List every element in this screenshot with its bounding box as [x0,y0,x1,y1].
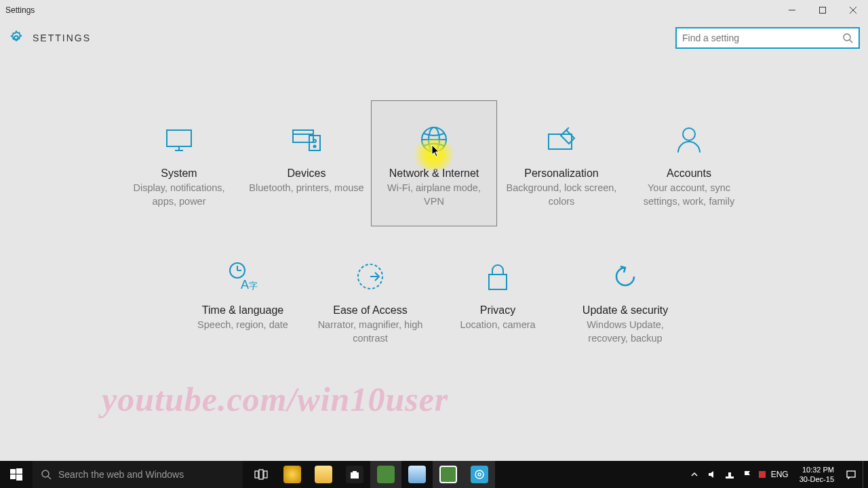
tile-privacy[interactable]: Privacy Location, camera [435,248,561,363]
tile-label: Personalization [524,167,598,180]
personalization-icon [546,125,577,155]
tray-date: 30-Dec-15 [800,474,834,484]
close-icon [850,7,856,14]
taskbar-app-settings[interactable] [464,461,495,488]
cursor-icon [431,144,441,158]
tile-personalization[interactable]: Personalization Background, lock screen,… [498,100,625,226]
task-view-button[interactable] [245,461,277,488]
taskbar-search-placeholder: Search the web and Windows [58,469,184,480]
taskbar: Search the web and Windows ENG 10:32 PM … [0,461,868,488]
tile-label: Devices [288,167,326,180]
show-desktop-button[interactable] [863,461,867,488]
time-language-icon: A 字 [227,262,258,291]
svg-rect-38 [264,471,267,478]
tile-system[interactable]: System Display, notifications, apps, pow… [116,100,242,226]
maximize-button[interactable] [807,0,837,20]
taskbar-app[interactable] [401,461,433,488]
svg-point-21 [683,128,695,140]
svg-point-14 [314,146,316,148]
tile-desc: Your account, sync settings, work, famil… [626,181,752,208]
accounts-icon [675,125,703,155]
start-button[interactable] [0,461,33,488]
taskbar-app[interactable] [277,461,308,488]
tile-desc: Windows Update, recovery, backup [562,318,688,345]
gear-icon [471,466,488,483]
tray-time: 10:32 PM [800,465,834,474]
svg-rect-30 [10,469,16,474]
tray-network-icon[interactable] [724,468,736,481]
tile-label: System [161,167,197,180]
minimize-button[interactable] [776,0,807,20]
store-icon [346,466,363,483]
tile-label: Network & Internet [389,167,479,180]
svg-rect-43 [847,471,855,477]
devices-icon [290,125,323,155]
tile-devices[interactable]: Devices Bluetooth, printers, mouse [243,100,370,226]
tray-flag-icon[interactable] [741,468,753,481]
lock-icon [486,262,510,291]
app-icon [408,466,426,483]
svg-rect-36 [255,471,258,478]
taskbar-app-explorer[interactable] [308,461,339,488]
app-icon [377,466,395,483]
tile-desc: Narrator, magnifier, high contrast [307,318,433,345]
maximize-icon [819,7,826,14]
taskbar-app[interactable] [370,461,401,488]
taskbar-app-store[interactable] [339,461,370,488]
tile-desc: Display, notifications, apps, power [116,181,242,208]
titlebar: Settings [0,0,868,20]
svg-rect-29 [489,274,507,289]
taskbar-app[interactable] [433,461,464,488]
tile-label: Accounts [667,167,711,180]
tile-label: Ease of Access [333,304,407,317]
tile-desc: Bluetooth, printers, mouse [243,181,369,195]
tile-ease-of-access[interactable]: Ease of Access Narrator, magnifier, high… [307,248,433,363]
minimize-icon [789,7,795,14]
tray-notifications-icon[interactable] [845,468,857,481]
settings-window: Settings SETTINGS [0,0,868,488]
page-title: SETTINGS [33,33,91,43]
tray-clock[interactable]: 10:32 PM 30-Dec-15 [794,465,840,484]
tile-network-internet[interactable]: Network & Internet Wi-Fi, airplane mode,… [371,100,497,226]
search-box[interactable] [675,27,860,49]
gear-icon [8,30,24,46]
tile-accounts[interactable]: Accounts Your account, sync settings, wo… [626,100,752,226]
app-icon [283,466,301,483]
svg-point-40 [475,470,484,479]
tile-update-security[interactable]: Update & security Windows Update, recove… [562,248,688,363]
svg-rect-31 [16,468,22,474]
window-controls [776,0,868,20]
tile-desc: Location, camera [454,318,540,331]
svg-point-34 [42,470,49,477]
system-tray: ENG 10:32 PM 30-Dec-15 [688,461,868,488]
svg-point-13 [313,140,316,142]
close-button[interactable] [837,0,868,20]
tray-chevron-up-icon[interactable] [688,468,701,481]
svg-line-20 [566,127,569,130]
svg-rect-33 [16,474,22,481]
svg-point-5 [844,34,850,41]
update-icon [611,262,639,291]
taskbar-search[interactable]: Search the web and Windows [33,461,243,488]
tray-status-icon[interactable] [759,471,766,478]
tile-desc: Speech, region, date [192,318,294,331]
svg-rect-37 [259,470,263,479]
watermark: youtube.com/win10user [102,380,448,419]
svg-rect-42 [728,472,731,476]
folder-icon [315,466,332,483]
app-icon [439,466,457,483]
svg-rect-18 [549,134,572,149]
taskbar-apps [245,461,495,488]
display-icon [164,125,194,155]
windows-icon [10,468,22,481]
tray-language[interactable]: ENG [771,470,789,479]
search-input[interactable] [682,33,842,43]
tile-desc: Wi-Fi, airplane mode, VPN [372,181,496,208]
svg-rect-7 [167,130,191,146]
svg-rect-32 [10,474,16,479]
tray-volume-icon[interactable] [706,468,718,481]
svg-text:A: A [241,278,249,291]
tile-time-language[interactable]: A 字 Time & language Speech, region, date [180,248,306,363]
tile-label: Update & security [583,304,668,317]
svg-line-6 [850,40,852,43]
